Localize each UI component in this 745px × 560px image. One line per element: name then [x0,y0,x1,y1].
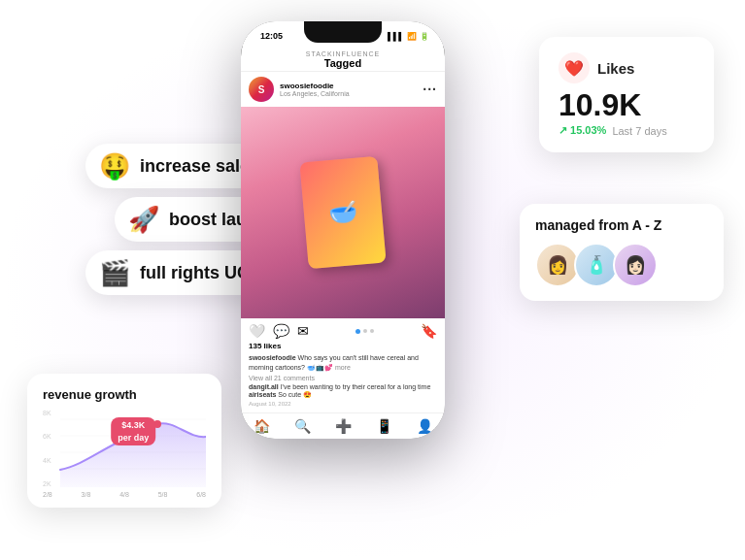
status-time: 12:05 [260,31,283,41]
ig-user-avatar: S [249,77,274,102]
ig-nav-reels[interactable]: 📱 [376,418,392,434]
ig-caption-user: swoosiefoodie [249,354,296,361]
ig-more-icon[interactable]: ··· [423,82,437,97]
ig-comment-2-user: airiseats [249,391,278,398]
ig-comment-2-text: So cute 😍 [278,391,312,398]
heart-icon: ❤️ [559,52,590,83]
ig-timestamp: August 10, 2022 [249,401,437,407]
y-label-8k: 8K [43,410,51,416]
revenue-chart-area: 8K 6K 4K 2K $4.3K p [43,410,206,487]
ig-user-left: S swoosiefoodie Los Angeles, California [249,77,350,102]
chart-badge: $4.3K per day [111,417,155,445]
phone-notch [304,21,382,43]
likes-card-period: Last 7 days [612,125,666,137]
x-label-5: 6/8 [196,491,206,498]
x-label-3: 4/8 [119,491,129,498]
ig-header: STACKINFLUENCE Tagged [241,47,445,72]
like-icon[interactable]: 🤍 [249,323,265,339]
ig-comment-2: airiseats So cute 😍 [249,391,437,399]
x-label-1: 2/8 [43,491,52,498]
dot-1 [356,329,360,334]
ig-page-name: Tagged [249,57,437,69]
chart-badge-period: per day [118,433,149,443]
ig-nav-add[interactable]: ➕ [335,418,352,434]
ig-nav-search[interactable]: 🔍 [294,418,311,434]
likes-card-header: ❤️ Likes [559,52,694,83]
ig-comment-1: dangit.all I've been wanting to try thei… [249,383,437,390]
ig-nav-profile[interactable]: 👤 [417,418,433,434]
camera-emoji: 🎬 [99,260,130,285]
ig-more-link[interactable]: more [335,364,351,371]
likes-card-count: 10.9K [559,89,694,120]
y-axis-labels: 8K 6K 4K 2K [43,410,51,487]
ig-likes-count: 135 likes [249,342,437,350]
ig-view-comments[interactable]: View all 21 comments [249,375,437,381]
ig-icons-row: 🤍 💬 ✉ 🔖 [249,323,437,339]
dot-2 [363,329,367,333]
ig-comment-1-user: dangit.all [249,383,281,390]
y-label-6k: 6K [43,433,51,440]
likes-card-label: Likes [597,60,634,77]
managed-card-label: managed from A - Z [535,217,708,233]
signal-icon: ▌▌▌ [388,32,404,41]
ig-comment-1-text: I've been wanting to try their cereal fo… [281,383,431,390]
y-label-2k: 2K [43,480,51,487]
phone-mockup: 12:05 ▌▌▌ 📶 🔋 STACKINFLUENCE Tagged S sw… [241,21,445,439]
ig-photo-content: 🥣 [241,107,445,318]
likes-card: ❤️ Likes 10.9K 15.03% Last 7 days [539,37,714,152]
wifi-icon: 📶 [407,32,417,41]
save-icon[interactable]: 🔖 [421,323,437,339]
x-label-4: 5/8 [158,491,168,498]
phone-screen: 12:05 ▌▌▌ 📶 🔋 STACKINFLUENCE Tagged S sw… [241,21,445,439]
ig-user-row: S swoosiefoodie Los Angeles, California … [241,72,445,107]
share-icon[interactable]: ✉ [297,323,309,339]
money-emoji: 🤑 [99,153,130,179]
y-label-4k: 4K [43,457,51,464]
ig-caption: swoosiefoodie Who says you can't still h… [249,353,437,373]
ig-app-name: STACKINFLUENCE [249,50,437,57]
dot-3 [370,329,374,333]
likes-card-change: 15.03% [559,124,606,137]
x-axis-labels: 2/8 3/8 4/8 5/8 6/8 [43,491,206,498]
revenue-card-label: revenue growth [43,387,206,402]
battery-icon: 🔋 [420,32,429,41]
ig-icon-left: 🤍 💬 ✉ [249,323,309,339]
ig-carousel-dots [356,329,374,334]
managed-card: managed from A - Z 👩 🧴 👩🏻 [520,204,724,301]
ig-post-photo: 🥣 [241,107,445,318]
ig-nav-home[interactable]: 🏠 [254,418,270,434]
influencer-avatar-3: 👩🏻 [613,243,658,287]
chart-badge-amount: $4.3K [121,420,145,430]
managed-avatars: 👩 🧴 👩🏻 [535,243,708,287]
x-label-2: 3/8 [82,491,91,498]
ig-actions: 🤍 💬 ✉ 🔖 135 likes swoosiefoodie Who says… [241,318,445,412]
likes-card-meta: 15.03% Last 7 days [559,124,694,137]
ig-location: Los Angeles, California [280,90,350,97]
rocket-emoji: 🚀 [128,207,159,232]
ig-user-info: swoosiefoodie Los Angeles, California [280,82,350,97]
ig-bottom-nav: 🏠 🔍 ➕ 📱 👤 [241,412,445,439]
comment-icon[interactable]: 💬 [273,323,289,339]
revenue-card: revenue growth 8K 6K 4K 2K [27,374,221,508]
product-illustration: 🥣 [299,156,386,270]
ig-username: swoosiefoodie [280,82,350,90]
status-icons: ▌▌▌ 📶 🔋 [388,32,429,41]
